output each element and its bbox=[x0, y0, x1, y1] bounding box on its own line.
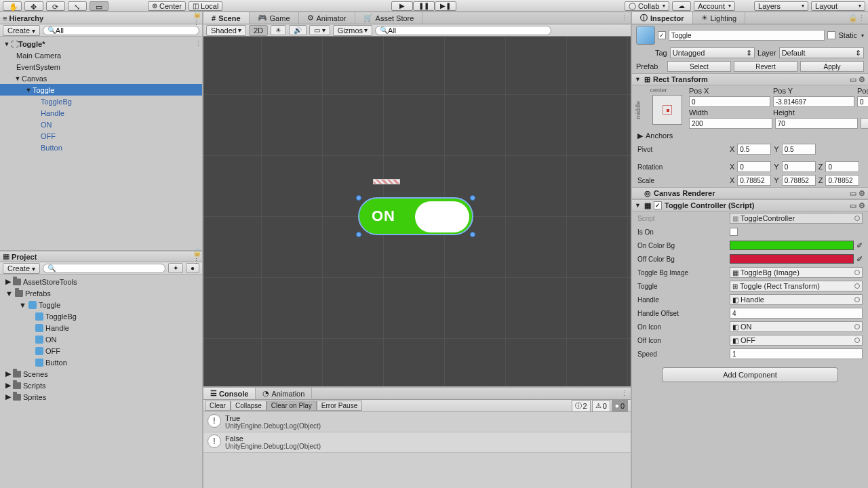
project-prefab[interactable]: ToggleBg bbox=[0, 310, 202, 322]
eyedropper-icon[interactable]: ✐ bbox=[856, 241, 863, 250]
toggle-ui-element[interactable]: ON bbox=[358, 197, 473, 235]
hierarchy-item[interactable]: Button bbox=[0, 142, 202, 153]
project-folder[interactable]: ▶Sprites bbox=[0, 391, 202, 403]
cloud-button[interactable]: ☁ bbox=[672, 1, 691, 11]
shading-dropdown[interactable]: Shaded ▾ bbox=[206, 25, 246, 36]
prefab-select-button[interactable]: Select bbox=[667, 61, 731, 72]
posx-field[interactable] bbox=[689, 96, 770, 107]
gameobject-icon[interactable] bbox=[636, 26, 655, 45]
project-prefab[interactable]: OFF bbox=[0, 345, 202, 357]
tab-animator[interactable]: ⚙ Animator bbox=[299, 12, 355, 24]
rot-x[interactable] bbox=[737, 161, 771, 172]
project-search[interactable]: 🔍 bbox=[43, 264, 165, 273]
console-log-entry[interactable]: ! FalseUnityEngine.Debug:Log(Object) bbox=[203, 432, 631, 453]
anchors-foldout[interactable]: ▶Anchors bbox=[632, 129, 868, 142]
handle-field[interactable]: ◧ Handle bbox=[730, 294, 863, 305]
layer-dropdown[interactable]: Default⇕ bbox=[779, 47, 864, 58]
off-icon-field[interactable]: ◧ OFF bbox=[730, 335, 863, 346]
project-prefab[interactable]: ▼Toggle bbox=[0, 299, 202, 310]
project-prefab[interactable]: ON bbox=[0, 333, 202, 345]
tab-inspector[interactable]: ⓘ Inspector bbox=[632, 12, 693, 24]
project-folder[interactable]: ▶AssetStoreTools bbox=[0, 276, 202, 287]
rot-z[interactable] bbox=[825, 161, 859, 172]
scale-z[interactable] bbox=[825, 175, 859, 186]
collab-dropdown[interactable]: ◯ Collab▾ bbox=[625, 1, 669, 11]
lighting-toggle[interactable]: ☀ bbox=[271, 25, 286, 35]
console-error-pause[interactable]: Error Pause bbox=[317, 401, 362, 411]
speed-field[interactable] bbox=[730, 348, 863, 359]
mode-2d-toggle[interactable]: 2D bbox=[249, 25, 268, 36]
play-button[interactable]: ▶ bbox=[391, 1, 413, 11]
project-filter1[interactable]: ✦ bbox=[168, 263, 183, 273]
console-clear[interactable]: Clear bbox=[205, 401, 231, 411]
on-icon-field[interactable]: ◧ ON bbox=[730, 321, 863, 332]
hierarchy-search[interactable]: 🔍 All bbox=[43, 26, 199, 35]
add-component-button[interactable]: Add Component bbox=[662, 367, 838, 382]
pivot-x[interactable] bbox=[737, 144, 771, 155]
tab-lighting[interactable]: ☀ Lighting bbox=[693, 12, 746, 24]
tab-game[interactable]: 🎮 Game bbox=[250, 12, 299, 24]
console-info-count[interactable]: ⓘ 2 bbox=[572, 400, 591, 412]
project-folder[interactable]: ▶Scenes bbox=[0, 368, 202, 380]
toggle-rect-field[interactable]: ⊞ Toggle (Rect Transform) bbox=[730, 281, 863, 291]
gizmos-dropdown[interactable]: Gizmos ▾ bbox=[333, 25, 372, 36]
rotate-tool[interactable]: ⟳ bbox=[46, 1, 65, 11]
layers-dropdown[interactable]: Layers▾ bbox=[754, 1, 808, 11]
selection-handle[interactable] bbox=[356, 195, 361, 201]
hand-tool[interactable]: ✋ bbox=[3, 1, 22, 11]
pivot-toggle[interactable]: ⊕ Center bbox=[148, 1, 186, 11]
project-folder[interactable]: ▼Prefabs bbox=[0, 287, 202, 299]
width-field[interactable] bbox=[689, 118, 772, 129]
hierarchy-create-button[interactable]: Create ▾ bbox=[3, 25, 40, 36]
pivot-y[interactable] bbox=[782, 144, 816, 155]
hierarchy-item[interactable]: OFF bbox=[0, 130, 202, 142]
account-dropdown[interactable]: Account▾ bbox=[694, 1, 735, 11]
step-button[interactable]: ▶❚ bbox=[435, 1, 456, 11]
project-prefab[interactable]: Button bbox=[0, 357, 202, 368]
scene-view[interactable]: ON bbox=[203, 37, 631, 386]
layout-dropdown[interactable]: Layout▾ bbox=[811, 1, 865, 11]
selection-handle[interactable] bbox=[356, 232, 361, 237]
tab-animation[interactable]: ◔ Animation bbox=[256, 388, 312, 399]
tab-console[interactable]: ☰ Console bbox=[203, 388, 256, 399]
scale-tool[interactable]: ⤡ bbox=[68, 1, 87, 11]
console-warn-count[interactable]: ⚠ 0 bbox=[592, 400, 610, 412]
toggle-bg-field[interactable]: ▦ ToggleBg (Image) bbox=[730, 267, 863, 278]
off-color-field[interactable] bbox=[730, 254, 854, 264]
rot-y[interactable] bbox=[782, 161, 816, 172]
anchor-preset-button[interactable] bbox=[652, 95, 682, 125]
posz-field[interactable] bbox=[857, 96, 868, 107]
tag-dropdown[interactable]: Untagged⇕ bbox=[670, 47, 755, 58]
static-checkbox[interactable] bbox=[827, 31, 835, 39]
hierarchy-item[interactable]: ON bbox=[0, 119, 202, 130]
hierarchy-item[interactable]: ▼Canvas bbox=[0, 73, 202, 84]
gameobject-name-field[interactable] bbox=[669, 30, 825, 41]
move-tool[interactable]: ✥ bbox=[24, 1, 43, 11]
project-folder[interactable]: ▶Scripts bbox=[0, 380, 202, 391]
hierarchy-item[interactable]: Main Camera bbox=[0, 49, 202, 61]
scene-row[interactable]: ▼⛶Toggle*⋮ bbox=[0, 38, 202, 49]
audio-toggle[interactable]: 🔊 bbox=[289, 25, 307, 35]
selection-handle[interactable] bbox=[470, 195, 475, 201]
project-prefab[interactable]: Handle bbox=[0, 322, 202, 333]
console-collapse[interactable]: Collapse bbox=[231, 401, 267, 411]
prefab-revert-button[interactable]: Revert bbox=[734, 61, 797, 72]
canvas-renderer-header[interactable]: ◎ Canvas Renderer▭ ⚙ bbox=[632, 187, 868, 199]
active-checkbox[interactable]: ✓ bbox=[658, 31, 666, 39]
on-color-field[interactable] bbox=[730, 241, 854, 250]
hierarchy-item[interactable]: Handle bbox=[0, 107, 202, 119]
rect-tool[interactable]: ▭ bbox=[90, 1, 108, 11]
hierarchy-item-selected[interactable]: ▼Toggle bbox=[0, 84, 202, 96]
selection-handle[interactable] bbox=[470, 232, 475, 237]
tab-assetstore[interactable]: 🛒 Asset Store bbox=[355, 12, 423, 24]
console-log-entry[interactable]: ! TrueUnityEngine.Debug:Log(Object) bbox=[203, 412, 631, 432]
height-field[interactable] bbox=[775, 118, 859, 129]
eyedropper-icon[interactable]: ✐ bbox=[856, 255, 863, 264]
project-create-button[interactable]: Create ▾ bbox=[3, 263, 40, 274]
hierarchy-item[interactable]: EventSystem bbox=[0, 61, 202, 73]
rect-transform-header[interactable]: ▼⊞ Rect Transform▭ ⚙ bbox=[632, 73, 868, 85]
console-error-count[interactable]: ● 0 bbox=[612, 400, 628, 412]
scale-x[interactable] bbox=[737, 175, 771, 186]
toggle-controller-header[interactable]: ▼▦ ✓ Toggle Controller (Script)▭ ⚙ bbox=[632, 199, 868, 211]
pause-button[interactable]: ❚❚ bbox=[413, 1, 435, 11]
